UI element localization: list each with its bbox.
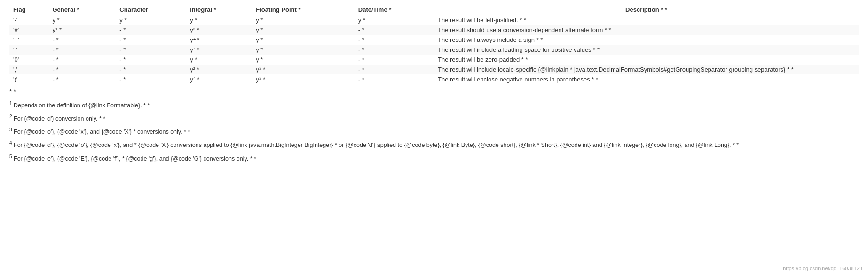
table-row: ' '- *- *y⁴ *y *- *The result will inclu… <box>9 45 859 55</box>
column-header-6: Description * * <box>434 5 859 15</box>
column-header-0: Flag <box>9 5 49 15</box>
cell-0-3: y * <box>186 15 252 25</box>
cell-desc-0: The result will be left-justified. * * <box>434 15 859 25</box>
cell-5-2: - * <box>116 65 186 74</box>
cell-0-0: '-' <box>9 15 49 25</box>
footnote-1: 1 Depends on the definition of {@link Fo… <box>9 100 859 110</box>
table-row: '0'- *- *y *y *- *The result will be zer… <box>9 55 859 65</box>
cell-1-5: - * <box>355 25 434 35</box>
table-row: ','- *- *y² *y⁵ *- *The result will incl… <box>9 65 859 74</box>
cell-1-1: y¹ * <box>49 25 116 35</box>
cell-2-1: - * <box>49 35 116 45</box>
cell-3-3: y⁴ * <box>186 45 252 55</box>
cell-5-0: ',' <box>9 65 49 74</box>
footnote-3: 3 For {@code 'o'}, {@code 'x'}, and {@co… <box>9 126 859 137</box>
cell-6-5: - * <box>355 74 434 84</box>
cell-4-3: y * <box>186 55 252 65</box>
cell-1-3: y³ * <box>186 25 252 35</box>
cell-5-4: y⁵ * <box>252 65 355 74</box>
cell-4-1: - * <box>49 55 116 65</box>
cell-3-0: ' ' <box>9 45 49 55</box>
column-header-2: Character <box>116 5 186 15</box>
cell-0-5: y * <box>355 15 434 25</box>
cell-1-0: '#' <box>9 25 49 35</box>
cell-desc-2: The result will always include a sign * … <box>434 35 859 45</box>
cell-5-1: - * <box>49 65 116 74</box>
cell-0-4: y * <box>252 15 355 25</box>
cell-6-3: y⁴ * <box>186 74 252 84</box>
table-row: '+'- *- *y⁴ *y *- *The result will alway… <box>9 35 859 45</box>
cell-3-1: - * <box>49 45 116 55</box>
cell-1-4: y * <box>252 25 355 35</box>
footnotes-section: 1 Depends on the definition of {@link Fo… <box>9 100 859 163</box>
cell-2-0: '+' <box>9 35 49 45</box>
cell-4-2: - * <box>116 55 186 65</box>
footnote-2: 2 For {@code 'd'} conversion only. * * <box>9 113 859 123</box>
cell-0-2: y * <box>116 15 186 25</box>
column-header-1: General * <box>49 5 116 15</box>
cell-4-5: - * <box>355 55 434 65</box>
cell-6-2: - * <box>116 74 186 84</box>
column-header-5: Date/Time * <box>355 5 434 15</box>
cell-3-5: - * <box>355 45 434 55</box>
cell-desc-1: The result should use a conversion-depen… <box>434 25 859 35</box>
column-header-4: Floating Point * <box>252 5 355 15</box>
table-trailing: * * <box>9 88 859 95</box>
cell-desc-4: The result will be zero-padded * * <box>434 55 859 65</box>
table-row: '('- *- *y⁴ *y⁵ *- *The result will encl… <box>9 74 859 84</box>
column-header-3: Integral * <box>186 5 252 15</box>
cell-3-4: y * <box>252 45 355 55</box>
cell-4-0: '0' <box>9 55 49 65</box>
cell-desc-5: The result will include locale-specific … <box>434 65 859 74</box>
cell-0-1: y * <box>49 15 116 25</box>
footnote-5: 5 For {@code 'e'}, {@code 'E'}, {@code '… <box>9 153 859 163</box>
cell-6-1: - * <box>49 74 116 84</box>
cell-3-2: - * <box>116 45 186 55</box>
cell-2-4: y * <box>252 35 355 45</box>
cell-2-2: - * <box>116 35 186 45</box>
flags-table: FlagGeneral *CharacterIntegral *Floating… <box>9 5 859 84</box>
cell-desc-3: The result will include a leading space … <box>434 45 859 55</box>
cell-6-4: y⁵ * <box>252 74 355 84</box>
table-row: '-'y *y *y *y *y *The result will be lef… <box>9 15 859 25</box>
cell-2-3: y⁴ * <box>186 35 252 45</box>
cell-2-5: - * <box>355 35 434 45</box>
footnote-4: 4 For {@code 'd'}, {@code 'o'}, {@code '… <box>9 139 859 150</box>
cell-5-3: y² * <box>186 65 252 74</box>
cell-1-2: - * <box>116 25 186 35</box>
cell-desc-6: The result will enclose negative numbers… <box>434 74 859 84</box>
table-row: '#'y¹ *- *y³ *y *- *The result should us… <box>9 25 859 35</box>
cell-5-5: - * <box>355 65 434 74</box>
cell-6-0: '(' <box>9 74 49 84</box>
cell-4-4: y * <box>252 55 355 65</box>
